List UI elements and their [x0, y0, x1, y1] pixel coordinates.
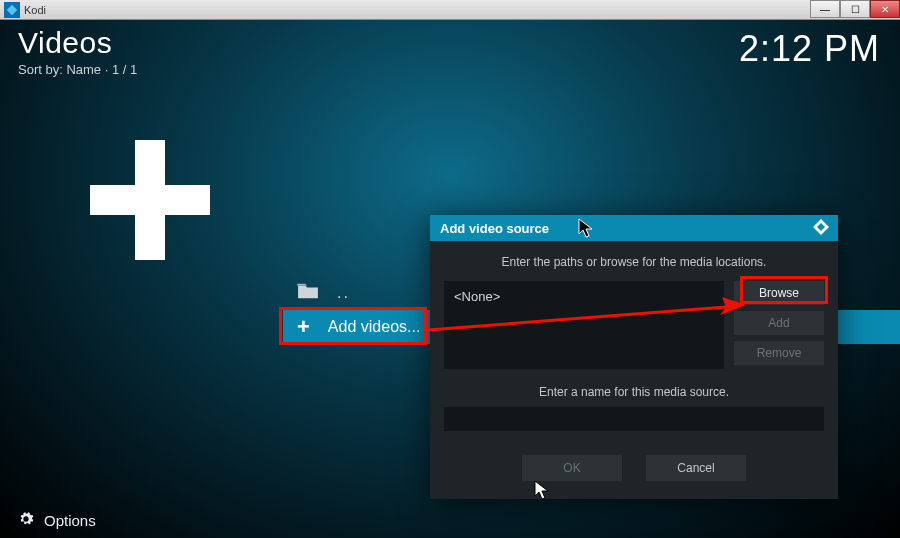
options-label: Options [44, 512, 96, 529]
header: Videos Sort by: Name · 1 / 1 [18, 26, 137, 77]
annotation-box-add-videos [279, 307, 427, 345]
close-button[interactable]: ✕ [870, 0, 900, 18]
dialog-footer: OK Cancel [444, 455, 824, 481]
path-entry[interactable]: <None> [454, 289, 500, 304]
ok-button[interactable]: OK [522, 455, 622, 481]
gear-icon [18, 511, 34, 530]
window-controls: — ☐ ✕ [810, 0, 900, 18]
page-separator: · [105, 62, 112, 77]
selection-highlight-right [862, 310, 900, 344]
remove-path-button[interactable]: Remove [734, 341, 824, 365]
minimize-button[interactable]: — [810, 0, 840, 18]
path-list[interactable]: <None> [444, 281, 724, 369]
options-footer[interactable]: Options [18, 511, 96, 530]
page-title: Videos [18, 26, 137, 60]
app-main: Videos Sort by: Name · 1 / 1 2:12 PM .. … [0, 20, 900, 538]
add-video-source-dialog: Add video source Enter the paths or brow… [430, 215, 838, 499]
folder-up-icon [297, 282, 319, 304]
add-source-hero-icon [90, 140, 210, 260]
annotation-box-browse [740, 276, 828, 304]
dialog-titlebar: Add video source [430, 215, 838, 241]
dialog-title-text: Add video source [440, 221, 549, 236]
kodi-app-icon [4, 2, 20, 18]
sort-label[interactable]: Sort by: Name [18, 62, 101, 77]
add-path-button[interactable]: Add [734, 311, 824, 335]
page-subtitle: Sort by: Name · 1 / 1 [18, 62, 137, 77]
window-title: Kodi [24, 4, 46, 16]
clock: 2:12 PM [739, 28, 880, 70]
kodi-logo-icon [812, 218, 830, 239]
name-label: Enter a name for this media source. [444, 385, 824, 399]
maximize-button[interactable]: ☐ [840, 0, 870, 18]
media-name-input[interactable] [444, 407, 824, 431]
dialog-instruction: Enter the paths or browse for the media … [444, 255, 824, 269]
page-counter: 1 / 1 [112, 62, 137, 77]
window-titlebar: Kodi — ☐ ✕ [0, 0, 900, 20]
svg-marker-0 [7, 4, 18, 15]
cancel-button[interactable]: Cancel [646, 455, 746, 481]
list-item-up-label: .. [337, 284, 350, 302]
